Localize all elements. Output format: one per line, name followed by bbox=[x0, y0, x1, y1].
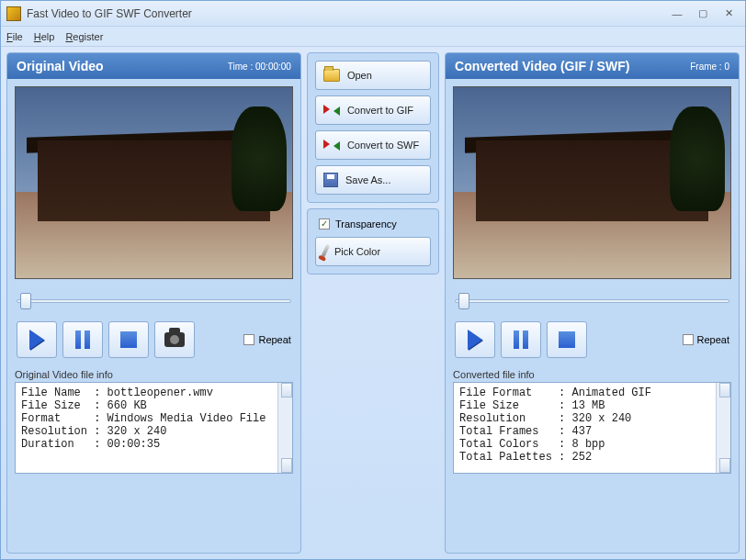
eyedropper-icon bbox=[321, 244, 330, 259]
play-icon bbox=[468, 330, 482, 350]
converted-video-panel: Converted Video (GIF / SWF) Frame : 0 Re… bbox=[445, 52, 740, 554]
convert-icon bbox=[323, 103, 340, 118]
transparency-checkbox[interactable] bbox=[319, 218, 330, 230]
content-area: Original Video Time : 00:00:00 Repeat bbox=[1, 47, 745, 559]
converted-info-label: Converted file info bbox=[453, 369, 731, 380]
menubar: File Help Register bbox=[1, 27, 745, 47]
original-info-label: Original Video file info bbox=[15, 369, 293, 380]
original-video-panel: Original Video Time : 00:00:00 Repeat bbox=[6, 52, 301, 554]
save-as-button[interactable]: Save As... bbox=[315, 165, 431, 195]
pause-icon bbox=[514, 330, 528, 349]
converted-seek-slider[interactable] bbox=[455, 290, 729, 312]
camera-icon bbox=[164, 332, 185, 347]
menu-help[interactable]: Help bbox=[34, 31, 55, 42]
pause-button[interactable] bbox=[62, 321, 103, 358]
action-buttons-group: Open Convert to GIF Convert to SWF Save … bbox=[307, 52, 439, 203]
converted-frame: Frame : 0 bbox=[690, 62, 729, 72]
menu-file[interactable]: File bbox=[6, 31, 23, 42]
converted-repeat-label: Repeat bbox=[697, 334, 729, 345]
folder-icon bbox=[323, 69, 340, 82]
convert-swf-button[interactable]: Convert to SWF bbox=[315, 130, 431, 160]
titlebar: Fast Video to GIF SWF Converter — ▢ ✕ bbox=[1, 1, 745, 27]
convert-icon bbox=[323, 138, 340, 152]
converted-pause-button[interactable] bbox=[501, 321, 541, 358]
open-button[interactable]: Open bbox=[315, 61, 431, 90]
transparency-label: Transparency bbox=[335, 218, 397, 230]
convert-gif-button[interactable]: Convert to GIF bbox=[315, 95, 431, 125]
play-icon bbox=[29, 330, 44, 350]
minimize-button[interactable]: — bbox=[666, 6, 688, 21]
original-seek-slider[interactable] bbox=[17, 290, 291, 312]
stop-button[interactable] bbox=[108, 321, 149, 358]
converted-video-viewport bbox=[453, 86, 731, 279]
converted-title: Converted Video (GIF / SWF) bbox=[455, 59, 629, 73]
original-info-box: File Name : bottleopener.wmv File Size :… bbox=[15, 382, 293, 474]
converted-panel-header: Converted Video (GIF / SWF) Frame : 0 bbox=[446, 53, 739, 79]
original-panel-header: Original Video Time : 00:00:00 bbox=[7, 53, 300, 79]
app-window: Fast Video to GIF SWF Converter — ▢ ✕ Fi… bbox=[0, 0, 746, 560]
play-button[interactable] bbox=[17, 321, 57, 358]
original-time: Time : 00:00:00 bbox=[228, 62, 291, 72]
scrollbar[interactable] bbox=[277, 383, 292, 473]
pick-color-button[interactable]: Pick Color bbox=[315, 237, 431, 266]
stop-icon bbox=[559, 331, 575, 348]
converted-info-box: File Format : Animated GIF File Size : 1… bbox=[453, 382, 731, 474]
original-repeat-label: Repeat bbox=[258, 334, 290, 345]
close-button[interactable]: ✕ bbox=[718, 6, 740, 21]
stop-icon bbox=[120, 331, 137, 348]
disk-icon bbox=[323, 173, 338, 187]
menu-register[interactable]: Register bbox=[65, 31, 103, 42]
pause-icon bbox=[75, 330, 90, 349]
transparency-group: Transparency Pick Color bbox=[307, 208, 439, 274]
snapshot-button[interactable] bbox=[154, 321, 195, 358]
maximize-button[interactable]: ▢ bbox=[692, 6, 714, 21]
center-column: Open Convert to GIF Convert to SWF Save … bbox=[307, 52, 439, 554]
converted-repeat-checkbox[interactable] bbox=[683, 334, 694, 345]
scrollbar[interactable] bbox=[716, 383, 730, 473]
converted-stop-button[interactable] bbox=[547, 321, 587, 358]
converted-play-button[interactable] bbox=[455, 321, 495, 358]
app-icon bbox=[6, 6, 21, 21]
original-repeat-checkbox[interactable] bbox=[243, 334, 254, 345]
window-title: Fast Video to GIF SWF Converter bbox=[27, 7, 666, 20]
original-video-viewport bbox=[15, 86, 293, 279]
original-title: Original Video bbox=[17, 59, 104, 73]
